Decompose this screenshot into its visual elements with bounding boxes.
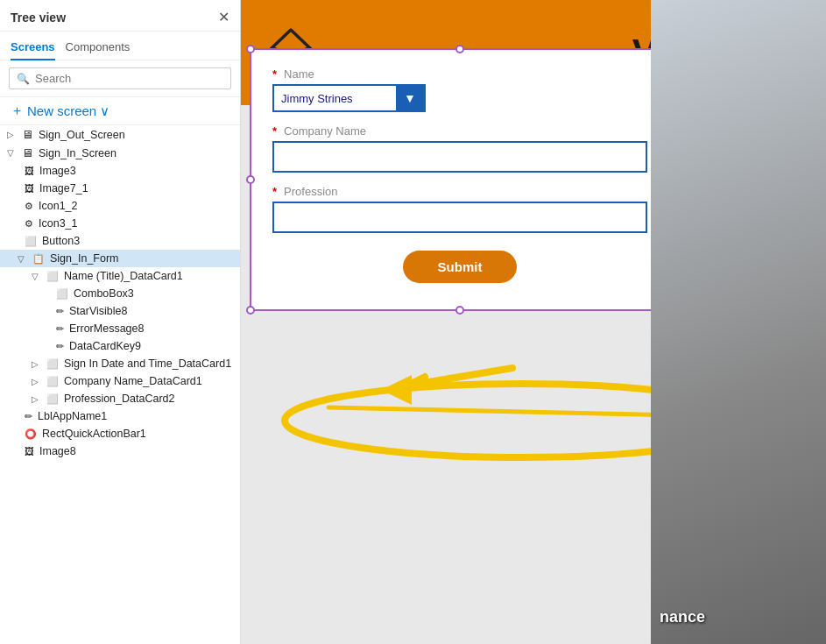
left-panel: Tree view ✕ Screens Components 🔍 ＋ New s… xyxy=(0,0,241,644)
company-name-input[interactable] xyxy=(272,141,647,173)
datacard-icon: ⬜ xyxy=(46,393,59,405)
datacard-icon: ⬜ xyxy=(46,376,59,387)
tree-label: ErrorMessage8 xyxy=(69,322,144,335)
tab-screens[interactable]: Screens xyxy=(11,35,55,60)
handle-bm xyxy=(455,306,464,315)
search-bar: 🔍 xyxy=(0,60,240,97)
tree-label: LblAppName1 xyxy=(38,410,107,422)
tab-components[interactable]: Components xyxy=(66,35,131,60)
search-wrap: 🔍 xyxy=(9,67,231,89)
collapse-arrow: ▷ xyxy=(32,377,42,386)
tree-item-image7-1[interactable]: 🖼 Image7_1 xyxy=(0,180,240,197)
company-name-field: * Company Name xyxy=(272,124,647,173)
tree-area: ▷ 🖥 Sign_Out_Screen ▽ 🖥 Sign_In_Screen 🖼… xyxy=(0,125,240,644)
maintenance-text: nance xyxy=(660,608,705,626)
tree-item-image8[interactable]: 🖼 Image8 xyxy=(0,442,240,460)
right-image-panel: nance xyxy=(651,0,826,644)
screen-icon: 🖥 xyxy=(22,146,33,159)
new-screen-button[interactable]: ＋ New screen ∨ xyxy=(0,97,240,125)
tree-item-name-datacard1[interactable]: ▽ ⬜ Name (Title)_DataCard1 xyxy=(0,267,240,285)
screen-icon: 🖥 xyxy=(22,128,33,141)
handle-bl xyxy=(246,306,255,315)
close-button[interactable]: ✕ xyxy=(218,9,229,25)
tree-label: Company Name_DataCard1 xyxy=(64,375,202,387)
collapse-arrow: ▽ xyxy=(7,148,18,158)
collapse-arrow: ▽ xyxy=(18,254,28,264)
name-value: Jimmy Strines xyxy=(281,92,396,105)
tree-item-datacardkey9[interactable]: ✏ DataCardKey9 xyxy=(0,337,240,355)
collapse-arrow: ▷ xyxy=(32,359,42,369)
handle-tm xyxy=(455,45,464,53)
datacard-icon: ⬜ xyxy=(46,271,59,282)
error-icon: ✏ xyxy=(56,323,64,335)
name-dropdown[interactable]: Jimmy Strines ▼ xyxy=(272,84,426,112)
dropdown-arrow[interactable]: ▼ xyxy=(396,86,424,110)
tree-label: Button3 xyxy=(42,235,80,247)
profession-label-row: * Profession xyxy=(272,185,647,198)
search-icon: 🔍 xyxy=(17,73,30,85)
tree-label: Icon3_1 xyxy=(39,217,77,230)
company-required-star: * xyxy=(272,124,277,138)
tree-label: Profession_DataCard2 xyxy=(64,393,174,405)
tree-item-combobox3[interactable]: ⬜ ComboBox3 xyxy=(0,285,240,302)
tree-label: StarVisible8 xyxy=(69,305,127,317)
rect-icon: ⭕ xyxy=(25,428,37,440)
image-icon: 🖼 xyxy=(25,446,34,456)
form-container: * Name Jimmy Strines ▼ * Company Name * … xyxy=(250,48,670,311)
company-label-row: * Company Name xyxy=(272,124,647,138)
tree-item-lblappname1[interactable]: ✏ LblAppName1 xyxy=(0,407,240,425)
combobox-icon: ⬜ xyxy=(56,288,68,300)
tabs-row: Screens Components xyxy=(0,32,240,60)
tree-item-sign-in-screen[interactable]: ▽ 🖥 Sign_In_Screen xyxy=(0,144,240,162)
name-field: * Name Jimmy Strines ▼ xyxy=(272,67,647,112)
tree-item-date-datacard1[interactable]: ▷ ⬜ Sign In Date and Time_DataCard1 xyxy=(0,355,240,372)
new-screen-label: New screen xyxy=(27,103,96,118)
icon-icon: ⚙ xyxy=(25,201,33,212)
tree-label: Sign_In_Screen xyxy=(39,147,116,159)
tree-item-icon1-2[interactable]: ⚙ Icon1_2 xyxy=(0,197,240,215)
company-label-text: Company Name xyxy=(284,124,366,138)
button-icon: ⬜ xyxy=(25,236,37,247)
collapse-arrow: ▷ xyxy=(7,130,18,139)
profession-label-text: Profession xyxy=(284,185,337,198)
collapse-arrow: ▷ xyxy=(32,394,42,404)
profession-input[interactable] xyxy=(272,202,647,233)
tree-label: RectQuickActionBar1 xyxy=(42,428,146,440)
panel-header: Tree view ✕ xyxy=(0,0,240,32)
handle-ml xyxy=(246,175,255,184)
form-icon: 📋 xyxy=(32,253,45,265)
tree-label: Sign In Date and Time_DataCard1 xyxy=(64,357,231,370)
profession-required-star: * xyxy=(272,185,277,198)
tree-label: Sign_Out_Screen xyxy=(39,129,125,141)
tree-item-sign-in-form[interactable]: ▽ 📋 Sign_In_Form xyxy=(0,250,240,267)
tree-label: ComboBox3 xyxy=(74,287,134,300)
tree-label: Image3 xyxy=(39,165,76,177)
tree-label: Image8 xyxy=(39,445,76,457)
tree-label: Sign_In_Form xyxy=(50,252,119,265)
tree-item-button3[interactable]: ⬜ Button3 xyxy=(0,232,240,250)
panel-title: Tree view xyxy=(11,11,66,25)
tree-item-errormessage8[interactable]: ✏ ErrorMessage8 xyxy=(0,320,240,337)
image-icon: 🖼 xyxy=(25,183,34,194)
submit-button[interactable]: Submit xyxy=(403,251,518,283)
tree-label: Icon1_2 xyxy=(39,200,77,212)
tree-label: Name (Title)_DataCard1 xyxy=(64,270,183,282)
tree-item-image3[interactable]: 🖼 Image3 xyxy=(0,162,240,180)
datacard-icon: ⬜ xyxy=(46,358,59,370)
tree-item-company-datacard1[interactable]: ▷ ⬜ Company Name_DataCard1 xyxy=(0,372,240,390)
tree-item-profession-datacard2[interactable]: ▷ ⬜ Profession_DataCard2 xyxy=(0,390,240,407)
tree-item-sign-out-screen[interactable]: ▷ 🖥 Sign_Out_Screen xyxy=(0,125,240,144)
tree-item-icon3-1[interactable]: ⚙ Icon3_1 xyxy=(0,215,240,232)
star-icon: ✏ xyxy=(56,306,64,317)
collapse-arrow: ▽ xyxy=(32,272,42,281)
svg-marker-1 xyxy=(381,375,412,405)
name-label-row: * Name xyxy=(272,67,647,81)
tree-item-starvisible8[interactable]: ✏ StarVisible8 xyxy=(0,302,240,320)
name-label-text: Name xyxy=(284,67,314,81)
canvas-panel: Visitor Si * Name Jimmy Strines ▼ * xyxy=(241,0,826,644)
handle-tl xyxy=(246,45,255,53)
tree-item-rectquickactionbar1[interactable]: ⭕ RectQuickActionBar1 xyxy=(0,425,240,442)
search-input[interactable] xyxy=(35,72,223,85)
image-icon: 🖼 xyxy=(25,166,34,176)
key-icon: ✏ xyxy=(56,341,64,352)
